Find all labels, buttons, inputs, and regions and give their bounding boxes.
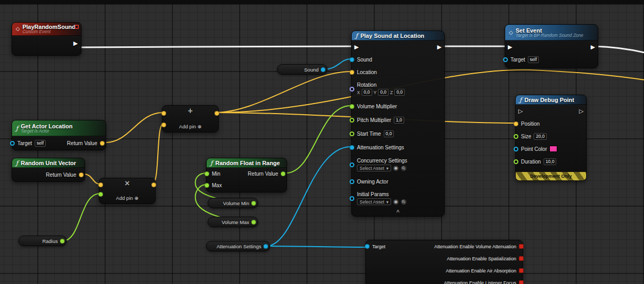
initial-params-pin[interactable] [350,196,354,201]
node-draw-debug-point[interactable]: ƒ Draw Debug Point ▷ ▷ Position Size 20,… [515,95,587,181]
return-value-pin[interactable] [79,173,84,177]
output-pin[interactable] [263,244,268,249]
position-pin[interactable] [514,121,518,126]
node-play-random-sound[interactable]: ◇ PlayRandomSound Custom Event ▶ [12,22,81,56]
volume-multiplier-pin[interactable] [350,104,354,109]
return-value-pin[interactable] [100,141,105,146]
variable-pill-volume-max[interactable]: Volume Max [208,217,258,227]
enable-air-absorption-pin[interactable] [519,268,524,273]
output-pin[interactable] [214,111,219,116]
pin-label: Position [521,121,540,127]
concurrency-asset-dropdown[interactable]: Select Asset ▾ [357,165,391,171]
search-asset-button[interactable]: ⚲ [400,164,408,173]
exec-out-pin[interactable]: ▷ [579,108,584,114]
use-selected-asset-button[interactable]: ◉ [393,199,399,205]
node-random-float-in-range[interactable]: ƒ Random Float in Range Min Return Value… [206,158,287,192]
variable-label: Sound [304,67,319,73]
input-pin-a[interactable] [161,111,166,116]
node-set-event[interactable]: ◇ Set Event Target is BP Random Sound Zo… [505,24,598,68]
development-only-banner: Development Only [516,172,586,180]
pin-row: Size 20,0 [516,130,586,143]
duration-pin[interactable] [514,159,518,164]
exec-in-pin[interactable]: ▶ [354,44,359,50]
rotation-z-field[interactable]: 0,0 [394,89,405,96]
pin-row: Attenuation Settings [352,140,444,154]
output-pin[interactable] [321,67,325,72]
variable-pill-attenuation-settings[interactable]: Attenuation Settings [206,241,270,251]
point-color-swatch[interactable] [549,146,557,152]
node-header[interactable]: ƒ Draw Debug Point [516,95,586,105]
size-pin[interactable] [514,134,518,139]
pitch-multiplier-pin[interactable] [350,118,354,123]
node-header[interactable]: ƒ Random Float in Range [207,158,287,168]
sound-pin[interactable] [350,57,354,62]
target-pin[interactable] [365,244,370,249]
pitch-multiplier-field[interactable]: 1,0 [394,117,404,124]
node-header[interactable]: ƒ Random Unit Vector [12,158,85,168]
target-pin[interactable] [503,57,508,62]
variable-pill-radius[interactable]: Radius [18,236,67,246]
pin-label: Attenuation Enable Spatialization [447,256,516,261]
pin-label: Point Color [521,146,547,152]
concurrency-settings-pin[interactable] [350,163,354,167]
rotation-x-field[interactable]: 0,0 [362,89,372,96]
node-get-actor-location[interactable]: ƒ Get Actor Location Target is Actor Tar… [12,120,106,150]
start-time-pin[interactable] [350,131,354,136]
node-header[interactable]: ƒ Play Sound at Location [352,31,444,40]
exec-out-pin[interactable]: ▶ [591,44,595,50]
min-pin[interactable] [205,171,209,176]
use-selected-asset-button[interactable]: ◉ [393,165,399,171]
start-time-field[interactable]: 0,0 [384,130,394,137]
node-random-unit-vector[interactable]: ƒ Random Unit Vector Return Value [12,158,85,182]
output-pin[interactable] [151,182,156,187]
attenuation-settings-pin[interactable] [350,145,354,150]
function-icon: ƒ [16,125,18,131]
pin-row: Min Return Value [207,168,287,179]
collapse-chevron-icon[interactable]: ^ [352,209,444,216]
pin-label: Target [372,244,385,249]
add-pin-button[interactable]: Add pin ⊕ [162,124,218,129]
add-pin-button[interactable]: Add pin ⊕ [99,195,155,201]
return-value-pin[interactable] [281,171,285,176]
chevron-down-icon: ▾ [386,166,389,171]
exec-out-pin[interactable]: ▶ [437,44,442,50]
target-pin[interactable] [10,141,15,146]
pin-label: Owning Actor [357,179,388,185]
rotation-pin[interactable] [350,87,354,92]
blueprint-graph-canvas[interactable]: ◇ PlayRandomSound Custom Event ▶ ƒ Get A… [0,0,644,284]
delegate-pin[interactable] [75,25,79,29]
duration-field[interactable]: 10,0 [544,158,557,165]
initial-params-asset-dropdown[interactable]: Select Asset ▾ [357,198,391,205]
node-multiply-vector[interactable]: × Add pin ⊕ [99,178,156,204]
node-attenuation-overrides[interactable]: Target Attenuation Enable Volume Attenua… [365,240,523,284]
function-icon: ƒ [210,160,212,166]
node-header[interactable]: ƒ Get Actor Location Target is Actor [12,120,106,136]
exec-in-pin[interactable]: ▷ [518,108,523,114]
node-play-sound-at-location[interactable]: ƒ Play Sound at Location ▶ ▶ Sound Locat… [351,31,445,217]
pin-row: Target self [505,53,598,66]
output-pin[interactable] [60,239,65,244]
output-pin[interactable] [251,201,256,206]
location-pin[interactable] [350,70,354,75]
variable-pill-volume-min[interactable]: Volume Min [208,198,258,208]
node-add-vector[interactable]: + Add pin ⊕ [162,105,219,133]
target-field[interactable]: self [528,56,539,63]
exec-in-pin[interactable]: ▶ [508,44,512,50]
search-asset-button[interactable]: ⚲ [400,197,408,206]
enable-volume-attenuation-pin[interactable] [519,244,524,249]
target-field[interactable]: self [35,140,46,147]
node-header[interactable]: ◇ Set Event Target is BP Random Sound Zo… [505,25,598,40]
exec-out-pin[interactable]: ▶ [74,40,78,46]
enable-listener-focus-pin[interactable] [519,280,524,284]
enable-spatialization-pin[interactable] [519,256,524,261]
output-pin[interactable] [251,220,256,225]
exec-row: ▶ ▶ [505,40,598,53]
max-pin[interactable] [205,183,209,188]
variable-pill-sound[interactable]: Sound [277,64,328,75]
size-field[interactable]: 20,0 [534,133,547,140]
rotation-y-field[interactable]: 0,0 [378,89,389,96]
input-pin-a[interactable] [98,182,103,187]
owning-actor-pin[interactable] [350,179,354,184]
point-color-pin[interactable] [514,147,518,151]
node-header[interactable]: ◇ PlayRandomSound Custom Event [12,23,81,36]
